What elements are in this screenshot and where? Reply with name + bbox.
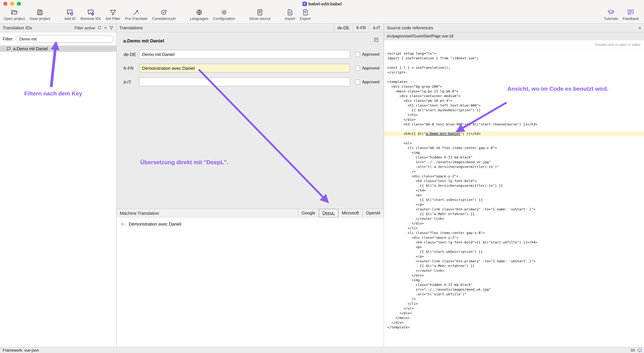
filter-input[interactable] <box>16 35 114 43</box>
open-project-icon <box>11 9 18 16</box>
machine-translation-body: ⌘1 Démonstration avec Daniel <box>116 217 384 348</box>
toolbar-group: Open projectSave project <box>1 8 52 22</box>
mt-result-text: Démonstration avec Daniel <box>129 221 181 227</box>
filter-label: Filter: <box>3 37 14 42</box>
languages-icon <box>196 9 202 16</box>
translation-ids-panel: Translation IDs Filter active × Filter: … <box>0 24 116 348</box>
translation-id-list: a.Demo mit Daniel <box>0 46 116 52</box>
translation-input-de-DE[interactable] <box>139 50 350 59</box>
approved-label: Approved <box>362 80 380 84</box>
toolbar-button-open-project[interactable]: Open project <box>1 8 27 22</box>
clear-filter-icon[interactable]: × <box>104 26 107 30</box>
toolbar-button-remove-ids[interactable]: Remove IDs <box>78 8 103 22</box>
toolbar-button-set-filter[interactable]: Set Filter <box>103 8 123 22</box>
language-label: it-IT <box>124 79 139 85</box>
source-references-panel: Source code references × src/pages/start… <box>384 24 644 348</box>
show-source-icon <box>256 9 264 16</box>
translation-id-item[interactable]: a.Demo mit Daniel <box>0 46 116 52</box>
close-icon[interactable]: × <box>638 25 641 30</box>
consistency-ai-icon <box>160 9 168 16</box>
refresh-icon[interactable] <box>98 26 102 30</box>
toolbar-button-save-project[interactable]: Save project <box>27 8 52 22</box>
tutorials-icon <box>608 9 614 16</box>
mt-result-row[interactable]: ⌘1 Démonstration avec Daniel <box>116 221 384 227</box>
toolbar-button-label: Remove IDs <box>80 17 101 21</box>
add-id-icon <box>66 9 74 16</box>
export-icon <box>302 9 309 16</box>
code-line <box>387 61 644 65</box>
configuration-icon <box>220 9 228 16</box>
status-bar: Framework: vue-json <box>0 347 644 353</box>
code-line: const { t } = useTranslation(); <box>387 65 644 70</box>
code-line: </main> <box>387 315 644 320</box>
code-line: <li class="mb-16 flex items-center gap-x… <box>387 146 644 150</box>
code-line: {{ $t("start.myvbvDescription") }} <box>387 108 644 113</box>
code-line: import { useTranslation } from "i18next-… <box>387 56 644 61</box>
filter-active-label: Filter active <box>74 26 95 30</box>
code-suffix: ") }}</h4> <box>460 132 481 136</box>
comment-icon[interactable] <box>374 37 379 43</box>
toolbar-button-consistency-ai[interactable]: ConsistencyAI <box>150 8 178 22</box>
toolbar-button-label: Feedback <box>622 17 639 21</box>
toolbar-group: Show source <box>247 8 273 22</box>
translations-title: Translations <box>119 25 143 30</box>
toolbar-button-label: Export <box>300 17 311 21</box>
display-icon[interactable] <box>637 348 642 352</box>
toolbar-button-label: Open project <box>4 17 25 21</box>
pre-translate-icon <box>133 9 140 16</box>
language-tab-de-DE[interactable]: de-DE <box>334 24 353 32</box>
titlebar: b babel-edit.babel <box>0 0 644 8</box>
mt-tab-microsoft[interactable]: Microsoft <box>338 209 362 217</box>
code-line: src="../../assets/images/mood_uk.jpg" <box>387 287 644 292</box>
language-tab-fr-FR[interactable]: fr-FR <box>353 24 369 32</box>
code-line: :alt="t('start.ukTitle')" <box>387 292 644 297</box>
toolbar-group: Add IDRemove IDsSet FilterPre-TranslateC… <box>62 8 178 22</box>
funnel-icon[interactable] <box>109 26 114 30</box>
toolbar-button-show-source[interactable]: Show source <box>247 8 273 22</box>
language-label: de-DE <box>124 52 139 57</box>
toolbar-button-languages[interactable]: Languages <box>188 8 211 22</box>
toolbar-button-import[interactable]: Import <box>282 8 298 22</box>
code-line: /> <box>387 297 644 301</box>
close-window-button[interactable] <box>3 2 8 6</box>
zoom-window-button[interactable] <box>17 2 21 6</box>
code-line: </h4> <box>387 188 644 193</box>
mt-tab-google[interactable]: Google <box>298 209 319 217</box>
language-label: fr-FR <box>124 66 139 71</box>
approved-checkbox-it-IT[interactable] <box>355 79 360 85</box>
highlighted-token[interactable]: a.Demo mit Daniel <box>426 132 460 136</box>
code-line: <div class="container-medium"> <box>387 94 644 99</box>
code-line: <h1 class="text-left text-blue-900"> <box>387 103 644 108</box>
minimize-window-button[interactable] <box>10 2 14 6</box>
mt-tab-deepl[interactable]: DeepL <box>319 209 338 217</box>
translation-input-fr-FR[interactable] <box>139 64 350 73</box>
toolbar-button-export[interactable]: Export <box>298 8 313 22</box>
toolbar-button-feedback[interactable]: Feedback <box>620 8 641 22</box>
app-icon: b <box>302 2 307 6</box>
approved-checkbox-de-DE[interactable] <box>355 52 360 57</box>
toolbar-button-configuration[interactable]: Configuration <box>211 8 238 22</box>
code-line: <div class="bg-gray-200"> <box>387 84 644 89</box>
code-line: {{ $t("a.Mehr erfahren") }} <box>387 264 644 268</box>
toolbar-button-add-id[interactable]: Add ID <box>62 8 78 22</box>
code-line: </p> <box>387 254 644 259</box>
mt-tab-openai[interactable]: OpenAI <box>362 209 384 217</box>
code-line: /> <box>387 169 644 174</box>
code-line: </li> <box>387 301 644 306</box>
main-area: Translation IDs Filter active × Filter: … <box>0 24 644 348</box>
code-line: <h3 class="mb-8 text-blue-900">{{ $t("st… <box>387 122 644 127</box>
code-view[interactable]: <script setup lang="ts">import { useTran… <box>384 49 644 348</box>
editor-hint: Double-click to open in editor <box>384 40 644 49</box>
window-title-text: babel-edit.babel <box>308 1 342 6</box>
approved-checkbox-fr-FR[interactable] <box>355 66 360 71</box>
translation-input-it-IT[interactable] <box>139 78 350 86</box>
translation-rows: de-DEApprovedfr-FRApprovedit-ITApproved <box>116 50 384 86</box>
code-line: <router-link class="btn-primary" :to="{ … <box>387 207 644 212</box>
language-tab-it-IT[interactable]: it-IT <box>369 24 384 32</box>
translations-panel: Translations de-DEfr-FRit-IT a.Demo mit … <box>116 24 384 348</box>
toolbar-button-pre-translate[interactable]: Pre-Translate <box>123 8 150 22</box>
keyboard-icon[interactable] <box>630 348 635 352</box>
source-file-reference[interactable]: src/pages/start/GuestStartPage.vue:18 <box>384 32 644 40</box>
toolbar-button-tutorials[interactable]: Tutorials <box>602 8 620 22</box>
app-window: b babel-edit.babel Open projectSave proj… <box>0 0 644 353</box>
